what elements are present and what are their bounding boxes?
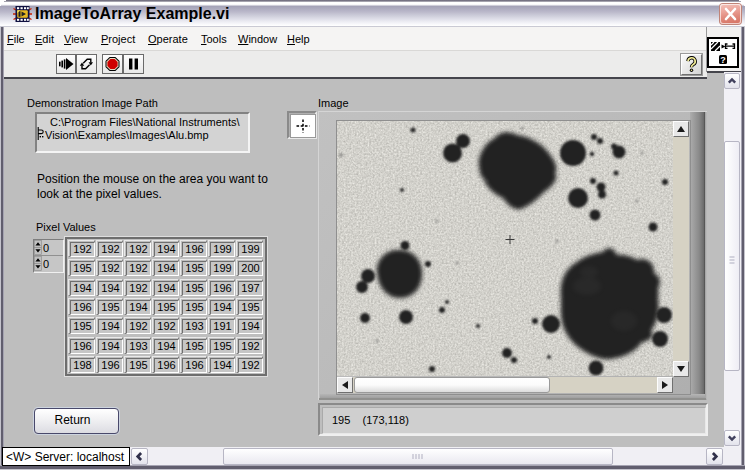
svg-text:0: 0 xyxy=(43,258,49,270)
svg-text:?: ? xyxy=(720,55,726,65)
svg-text:0: 0 xyxy=(43,242,49,254)
